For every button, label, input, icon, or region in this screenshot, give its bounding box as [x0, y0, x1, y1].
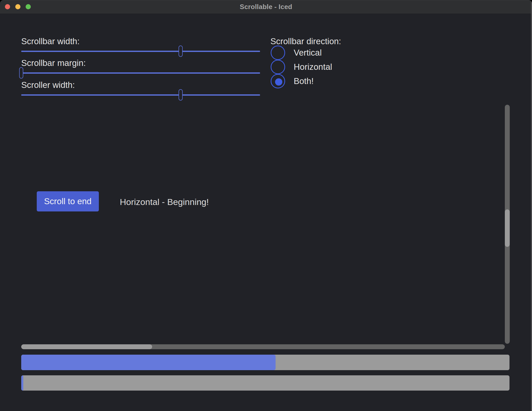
vertical-scrollbar-thumb[interactable]: [505, 209, 510, 247]
radio-button-icon[interactable]: [271, 45, 285, 60]
radio-option[interactable]: Horizontal: [271, 60, 379, 74]
slider-handle[interactable]: [179, 89, 183, 101]
radio-button-icon[interactable]: [271, 74, 285, 88]
slider-track[interactable]: [21, 94, 260, 96]
scroll-to-end-button[interactable]: Scroll to end: [37, 191, 99, 211]
titlebar: Scrollable - Iced: [0, 0, 532, 14]
radio-dot: [275, 78, 282, 86]
slider-track[interactable]: [21, 51, 260, 52]
slider-label-scroller-width: Scroller width:: [21, 80, 75, 90]
radio-option[interactable]: Vertical: [271, 45, 379, 60]
radio-label[interactable]: Vertical: [294, 48, 322, 58]
app-window: Scrollable - Iced Scrollbar width: Scrol…: [0, 0, 532, 411]
slider-handle[interactable]: [179, 45, 183, 57]
scrollbar-width-slider[interactable]: [21, 45, 260, 57]
vertical-scrollbar-rail[interactable]: [505, 105, 510, 344]
slider-label-scrollbar-width: Scrollbar width:: [21, 36, 80, 47]
progress-bar: [21, 375, 509, 391]
radio-label[interactable]: Both!: [294, 76, 314, 86]
radio-label[interactable]: Horizontal: [294, 62, 332, 72]
radio-button-icon[interactable]: [271, 60, 285, 74]
progress-fill: [21, 355, 276, 370]
progress-bar: [21, 355, 509, 370]
scroll-status-text: Horizontal - Beginning!: [120, 197, 209, 207]
scrollbar-margin-slider[interactable]: [21, 67, 260, 79]
scroller-width-slider[interactable]: [21, 89, 260, 101]
progress-fill: [21, 375, 23, 391]
slider-handle[interactable]: [19, 67, 23, 79]
radio-group-label: Scrollbar direction:: [270, 36, 341, 47]
slider-track[interactable]: [21, 72, 260, 74]
window-title: Scrollable - Iced: [0, 0, 532, 14]
horizontal-scrollbar-thumb[interactable]: [21, 344, 152, 349]
window-right-edge: [531, 0, 532, 411]
radio-option[interactable]: Both!: [271, 74, 379, 88]
slider-label-scrollbar-margin: Scrollbar margin:: [21, 58, 86, 68]
horizontal-scrollbar-rail[interactable]: [21, 344, 505, 349]
